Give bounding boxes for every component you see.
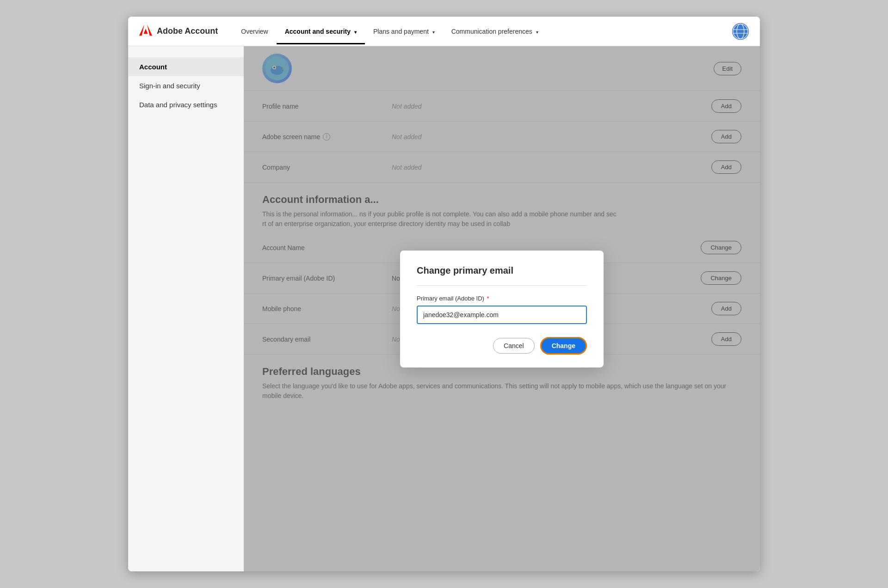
change-primary-email-modal: Change primary email Primary email (Adob… <box>400 251 604 368</box>
sidebar-item-sign-in-security[interactable]: Sign-in and security <box>128 76 244 95</box>
sidebar-item-account[interactable]: Account <box>128 57 244 76</box>
modal-cancel-button[interactable]: Cancel <box>493 338 535 354</box>
chevron-down-icon: ▾ <box>432 30 435 35</box>
main-content: Edit Profile name Not added Add Adobe sc… <box>244 46 760 571</box>
sidebar: Account Sign-in and security Data and pr… <box>128 46 244 571</box>
chevron-down-icon: ▾ <box>354 30 357 35</box>
logo-area[interactable]: Adobe Account <box>139 24 218 39</box>
modal-change-button[interactable]: Change <box>540 337 587 355</box>
top-nav: Adobe Account Overview Account and secur… <box>128 17 760 46</box>
app-title: Adobe Account <box>157 26 218 36</box>
chevron-down-icon: ▾ <box>536 30 538 35</box>
modal-overlay: Change primary email Primary email (Adob… <box>244 46 760 571</box>
avatar[interactable] <box>732 23 749 40</box>
modal-actions: Cancel Change <box>417 337 587 355</box>
nav-items: Overview Account and security ▾ Plans an… <box>233 18 732 44</box>
nav-item-overview[interactable]: Overview <box>233 18 276 44</box>
required-marker: * <box>487 295 489 302</box>
primary-email-input[interactable] <box>417 306 587 324</box>
page-layout: Account Sign-in and security Data and pr… <box>128 46 760 571</box>
adobe-logo-icon <box>139 24 152 39</box>
modal-email-label: Primary email (Adobe ID) * <box>417 295 587 302</box>
modal-title: Change primary email <box>417 265 587 276</box>
nav-item-account-security[interactable]: Account and security ▾ <box>277 18 365 44</box>
nav-item-plans-payment[interactable]: Plans and payment ▾ <box>365 18 443 44</box>
nav-item-communication[interactable]: Communication preferences ▾ <box>443 18 547 44</box>
svg-point-0 <box>732 23 749 40</box>
sidebar-item-data-privacy[interactable]: Data and privacy settings <box>128 95 244 114</box>
modal-divider <box>417 285 587 286</box>
